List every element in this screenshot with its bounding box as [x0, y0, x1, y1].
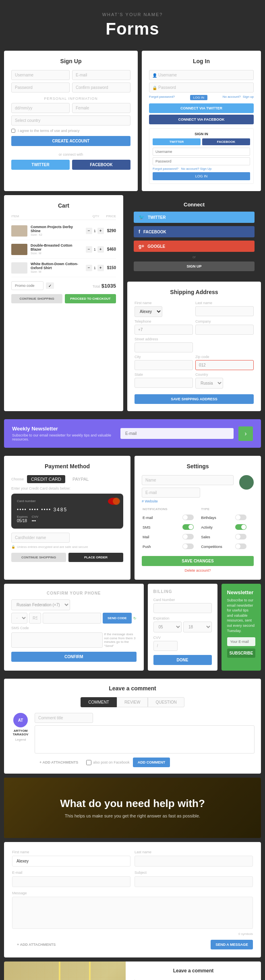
place-order-button[interactable]: PLACE ORDER: [68, 553, 123, 562]
login-password-input[interactable]: [149, 82, 254, 93]
si-facebook-button[interactable]: FACEBOOK: [202, 138, 250, 145]
country-code-select[interactable]: +7: [11, 613, 27, 624]
street-input[interactable]: [135, 342, 193, 352]
connect-signup-button[interactable]: SIGN UP: [134, 261, 255, 271]
tab-question[interactable]: QUESTION: [148, 697, 184, 707]
cardholder-input[interactable]: [11, 533, 70, 543]
notif-push-toggle[interactable]: [182, 544, 194, 549]
notif-email-toggle[interactable]: [182, 515, 194, 520]
country-select[interactable]: Russia: [195, 378, 223, 389]
password-input[interactable]: [11, 82, 70, 93]
zip-input[interactable]: [195, 360, 254, 370]
si-login-button[interactable]: LOG IN: [153, 172, 250, 180]
last-name-input[interactable]: [195, 306, 254, 316]
type-sales-toggle[interactable]: [235, 534, 246, 539]
phone-number-input[interactable]: [43, 613, 101, 624]
add-comment-button[interactable]: ADD COMMENT: [133, 758, 170, 767]
facebook-post-label[interactable]: also post on Facebook: [86, 760, 130, 765]
notif-mail-toggle[interactable]: [182, 534, 194, 539]
username-input[interactable]: [11, 70, 70, 80]
exp-year-select[interactable]: 18: [183, 622, 212, 632]
save-shipping-button[interactable]: SAVE SHIPPING ADDRESS: [135, 394, 254, 404]
send-message-button[interactable]: SEND A MESSAGE: [211, 940, 253, 949]
type-competitions-toggle[interactable]: [235, 544, 246, 549]
contact-email-input[interactable]: [12, 876, 130, 887]
connect-google-button[interactable]: g+ GOOGLE: [134, 241, 255, 252]
contact-subject-input[interactable]: [135, 876, 253, 887]
sms-code-input[interactable]: [11, 632, 103, 648]
twitter-login-button[interactable]: CONNECT VIA TWITTER: [149, 103, 254, 113]
send-code-button[interactable]: SEND CODE: [103, 613, 132, 624]
contact-add-attachments-button[interactable]: + ADD ATTACHMENTS: [12, 940, 60, 949]
qty-plus[interactable]: +: [97, 228, 104, 234]
continue-shopping-button[interactable]: CONTINUE SHOPPING: [11, 294, 62, 303]
nl-green-email-input[interactable]: [227, 637, 256, 646]
contact-last-name-input[interactable]: [135, 856, 253, 867]
si-password-input[interactable]: [153, 157, 250, 165]
exp-month-select[interactable]: 05: [153, 622, 182, 632]
website-label[interactable]: # Website: [142, 499, 254, 503]
save-changes-button[interactable]: SAVE CHANGES: [142, 556, 254, 566]
paypal-tab[interactable]: PAYPAL: [68, 475, 93, 483]
first-name-select[interactable]: Alexey: [135, 306, 162, 317]
country-phone-select[interactable]: Russian Federation (+7): [11, 599, 70, 610]
country-input[interactable]: [11, 115, 130, 126]
qty-minus[interactable]: −: [86, 265, 92, 271]
signup-link[interactable]: Sign up: [243, 95, 254, 99]
delete-account-link[interactable]: Delete account?: [142, 568, 254, 572]
si-username-input[interactable]: [153, 148, 250, 156]
map-area[interactable]: Hospital Arsénievo Лаврта +45 33 63 05 5…: [4, 961, 126, 980]
login-username-input[interactable]: [149, 70, 254, 80]
refresh-icon[interactable]: ↻: [133, 616, 137, 620]
login-btn-inline[interactable]: LOG IN: [190, 95, 207, 100]
tab-comment[interactable]: COMMENT: [81, 697, 117, 707]
qty-plus[interactable]: +: [97, 246, 104, 253]
cvv-input[interactable]: [153, 641, 178, 651]
continue-shopping-button[interactable]: CONTINUE SHOPPING: [11, 553, 66, 562]
si-twitter-button[interactable]: TWITTER: [153, 138, 201, 145]
telephone-input[interactable]: [135, 325, 193, 335]
twitter-signup-button[interactable]: TWITTER: [11, 160, 70, 170]
done-button[interactable]: DONE: [153, 655, 212, 665]
si-forgot[interactable]: Forgot password?: [153, 167, 178, 171]
contact-first-name-input[interactable]: [12, 856, 130, 867]
credit-card-tab[interactable]: CREDIT CARD: [27, 475, 65, 483]
dob-input[interactable]: [11, 103, 70, 113]
city-input[interactable]: [135, 360, 193, 370]
terms-checkbox[interactable]: [11, 129, 15, 133]
qty-minus[interactable]: −: [86, 246, 92, 253]
forgot-link[interactable]: Forgot password?: [149, 95, 175, 100]
settings-name-input[interactable]: [142, 475, 234, 485]
comment-body-textarea[interactable]: [35, 725, 255, 754]
notif-sms-toggle[interactable]: [182, 524, 194, 530]
message-textarea[interactable]: [12, 897, 253, 929]
checkout-button[interactable]: PROCEED TO CHECKOUT: [65, 294, 116, 303]
facebook-checkbox[interactable]: [86, 760, 91, 765]
qty-plus[interactable]: +: [97, 265, 104, 271]
phone-code-input[interactable]: [29, 613, 41, 624]
newsletter-email-input[interactable]: [120, 428, 234, 439]
facebook-login-button[interactable]: CONNECT VIA FACEBOOK: [149, 115, 254, 124]
confirm-password-input[interactable]: [72, 82, 130, 93]
gender-input[interactable]: [72, 103, 130, 113]
company-input[interactable]: [195, 325, 254, 335]
si-signup-link[interactable]: Sign Up: [200, 167, 211, 171]
confirm-button[interactable]: CONFIRM: [11, 652, 137, 662]
settings-email-input[interactable]: [142, 488, 200, 498]
type-activity-toggle[interactable]: [235, 524, 246, 530]
tab-review[interactable]: REVIEW: [117, 697, 148, 707]
nl-green-subscribe-button[interactable]: SUBSCRIBE: [227, 649, 256, 658]
newsletter-submit-button[interactable]: ›: [238, 426, 253, 441]
promo-apply[interactable]: ✓: [46, 282, 54, 289]
type-birthdays-toggle[interactable]: [235, 515, 246, 520]
state-input[interactable]: [135, 378, 193, 388]
facebook-signup-button[interactable]: FACEBOOK: [72, 160, 130, 170]
add-attachments-button[interactable]: + ADD ATTACHMENTS: [35, 758, 83, 767]
qty-minus[interactable]: −: [86, 228, 92, 234]
promo-input[interactable]: [11, 281, 43, 290]
connect-twitter-button[interactable]: 🐦 TWITTER: [134, 212, 255, 223]
comment-title-input[interactable]: [35, 713, 93, 723]
billing-card-input[interactable]: [153, 603, 212, 613]
create-account-button[interactable]: CREATE ACCOUNT: [11, 136, 130, 146]
connect-facebook-button[interactable]: f FACEBOOK: [134, 226, 255, 237]
